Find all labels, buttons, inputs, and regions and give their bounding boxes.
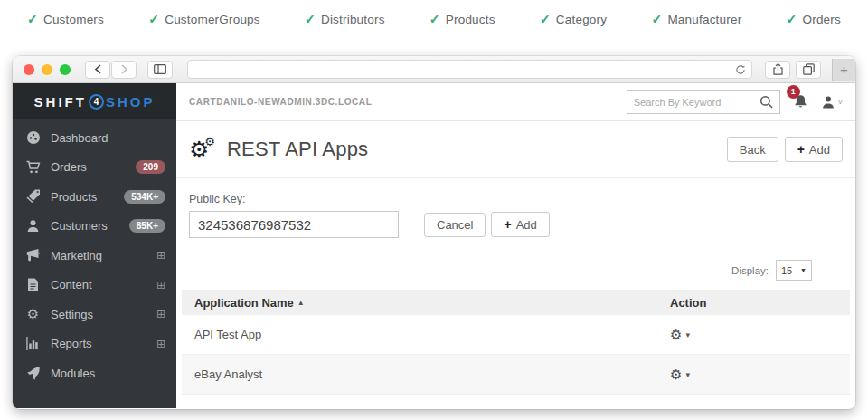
gear-icon: ⚙ bbox=[670, 327, 682, 343]
logo-badge-4: 4 bbox=[89, 94, 104, 110]
row-action-menu-button[interactable]: ⚙ ▾ bbox=[670, 367, 690, 383]
rocket-icon bbox=[25, 366, 41, 381]
sidebar-menu: Dashboard Orders 209 Products 534K+ bbox=[13, 119, 176, 388]
chevron-right-icon bbox=[120, 64, 128, 74]
check-icon: ✓ bbox=[540, 12, 551, 26]
public-key-label: Public Key: bbox=[189, 193, 843, 205]
display-count-row: Display: 15 ▼ bbox=[176, 243, 855, 290]
logo-text-shift: SHIFT bbox=[34, 94, 87, 110]
expand-icon[interactable]: ⊞ bbox=[156, 249, 165, 262]
confirm-add-button[interactable]: + Add bbox=[491, 212, 549, 237]
column-header-application-name[interactable]: Application Name ▲ bbox=[194, 296, 670, 310]
tags-icon bbox=[25, 189, 41, 205]
caret-down-icon: ▾ bbox=[685, 370, 690, 379]
gear-icon: ⚙ bbox=[670, 367, 682, 383]
sidebar-item-products[interactable]: Products 534K+ bbox=[13, 182, 176, 212]
add-button-label: Add bbox=[809, 143, 830, 157]
sidebar-item-label: Settings bbox=[51, 308, 156, 321]
search-box bbox=[627, 90, 780, 114]
topbar-item-label: Distributors bbox=[321, 13, 385, 26]
main-content: CARTDANILO-NEWADMIN.3DC.LOCAL 1 ˅ bbox=[176, 83, 855, 408]
forward-nav-button[interactable] bbox=[111, 61, 137, 79]
orders-count-badge: 209 bbox=[136, 160, 165, 174]
topbar-item-distributors[interactable]: ✓ Distributors bbox=[305, 12, 385, 26]
cancel-button[interactable]: Cancel bbox=[424, 213, 486, 237]
row-action-menu-button[interactable]: ⚙ ▾ bbox=[670, 327, 690, 343]
browser-chrome: + bbox=[13, 56, 855, 83]
sidebar-item-marketing[interactable]: Marketing ⊞ bbox=[13, 241, 176, 271]
reload-icon[interactable] bbox=[735, 64, 746, 75]
check-icon: ✓ bbox=[651, 12, 662, 26]
page-title-row: ⚙⚙ REST API Apps Back + Add bbox=[176, 121, 855, 178]
user-menu-button[interactable]: ˅ bbox=[821, 95, 843, 110]
check-icon: ✓ bbox=[148, 12, 159, 26]
check-icon: ✓ bbox=[27, 12, 38, 26]
dashboard-gauge-icon bbox=[25, 130, 41, 146]
check-icon: ✓ bbox=[429, 12, 440, 26]
topbar-item-customers[interactable]: ✓ Customers bbox=[27, 12, 104, 26]
user-icon bbox=[25, 218, 41, 234]
admin-header: CARTDANILO-NEWADMIN.3DC.LOCAL 1 ˅ bbox=[176, 83, 855, 121]
tabs-icon bbox=[803, 63, 815, 75]
sidebar-item-settings[interactable]: ⚙ Settings ⊞ bbox=[13, 300, 176, 329]
expand-icon[interactable]: ⊞ bbox=[156, 338, 165, 350]
page-title: REST API Apps bbox=[227, 138, 368, 161]
shift4shop-logo[interactable]: SHIFT 4 SHOP bbox=[13, 83, 176, 119]
plus-icon: + bbox=[504, 217, 511, 232]
rest-api-gears-icon: ⚙⚙ bbox=[189, 138, 216, 161]
sidebar-item-label: Dashboard bbox=[51, 131, 165, 145]
column-header-action: Action bbox=[670, 296, 837, 310]
topbar-item-products[interactable]: ✓ Products bbox=[429, 12, 495, 26]
products-count-badge: 534K+ bbox=[124, 190, 165, 204]
topbar-item-label: Orders bbox=[803, 13, 841, 26]
app-name: API Test App bbox=[194, 328, 670, 341]
topbar-item-label: Manufacturer bbox=[667, 13, 741, 26]
address-bar[interactable] bbox=[187, 60, 752, 79]
sidebar-toggle-button[interactable] bbox=[147, 61, 173, 79]
table-row: eBay Analyst ⚙ ▾ bbox=[182, 355, 850, 395]
sidebar-item-label: Modules bbox=[51, 367, 165, 380]
new-tab-button[interactable]: + bbox=[832, 59, 855, 81]
topbar-item-label: Customers bbox=[43, 13, 104, 26]
share-icon bbox=[773, 63, 783, 75]
sidebar-item-reports[interactable]: Reports ⊞ bbox=[13, 329, 176, 359]
public-key-section: Public Key: Cancel + Add bbox=[176, 178, 855, 243]
share-button[interactable] bbox=[765, 61, 790, 79]
sidebar-item-orders[interactable]: Orders 209 bbox=[13, 153, 176, 183]
megaphone-icon bbox=[25, 248, 41, 263]
minimize-window-button[interactable] bbox=[42, 64, 52, 75]
select-caret-icon: ▼ bbox=[800, 267, 807, 273]
zoom-window-button[interactable] bbox=[60, 64, 71, 75]
store-domain: CARTDANILO-NEWADMIN.3DC.LOCAL bbox=[189, 97, 372, 107]
caret-down-icon: ▾ bbox=[685, 330, 690, 339]
admin-sidebar: SHIFT 4 SHOP Dashboard Orders 209 bbox=[13, 83, 176, 408]
sidebar-item-customers[interactable]: Customers 85K+ bbox=[13, 212, 176, 242]
sidebar-item-dashboard[interactable]: Dashboard bbox=[13, 123, 176, 153]
table-header: Application Name ▲ Action bbox=[182, 290, 850, 315]
tab-overview-button[interactable] bbox=[796, 61, 821, 79]
back-nav-button[interactable] bbox=[85, 61, 110, 79]
public-key-input[interactable] bbox=[189, 211, 399, 238]
sidebar-item-modules[interactable]: Modules bbox=[13, 358, 176, 388]
topbar-item-orders[interactable]: ✓ Orders bbox=[787, 12, 841, 26]
display-label: Display: bbox=[731, 265, 769, 276]
sidebar-panel-icon bbox=[154, 64, 166, 74]
check-icon: ✓ bbox=[305, 12, 316, 26]
back-button[interactable]: Back bbox=[727, 137, 778, 162]
search-input[interactable] bbox=[634, 97, 760, 108]
topbar-item-manufacturer[interactable]: ✓ Manufacturer bbox=[651, 12, 741, 26]
topbar-item-customergroups[interactable]: ✓ CustomerGroups bbox=[148, 12, 260, 26]
notifications-button[interactable]: 1 bbox=[793, 91, 808, 113]
add-app-button[interactable]: + Add bbox=[785, 137, 843, 162]
expand-icon[interactable]: ⊞ bbox=[156, 279, 165, 291]
app-name: eBay Analyst bbox=[194, 368, 670, 381]
document-icon bbox=[25, 277, 41, 292]
expand-icon[interactable]: ⊞ bbox=[156, 308, 165, 320]
sidebar-item-content[interactable]: Content ⊞ bbox=[13, 271, 176, 301]
close-window-button[interactable] bbox=[24, 64, 34, 75]
topbar-item-category[interactable]: ✓ Category bbox=[540, 12, 607, 26]
sidebar-item-label: Products bbox=[51, 190, 124, 204]
search-icon[interactable] bbox=[760, 95, 773, 109]
display-count-select[interactable]: 15 ▼ bbox=[776, 260, 812, 281]
logo-text-shop: SHOP bbox=[106, 94, 156, 110]
